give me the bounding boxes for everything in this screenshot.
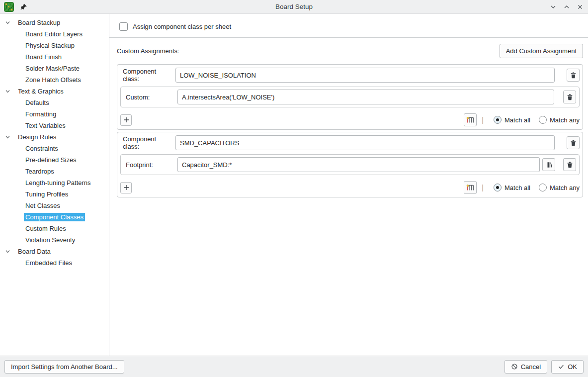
sidebar-group-label: Text & Graphics <box>16 87 65 95</box>
sidebar-item-text-variables[interactable]: Text Variables <box>0 120 109 131</box>
sidebar-item-label-selected: Component Classes <box>24 213 85 221</box>
custom-assignments-header: Custom Assignments: Add Custom Assignmen… <box>117 44 583 58</box>
sidebar-item-zone-hatch-offsets[interactable]: Zone Hatch Offsets <box>0 74 109 86</box>
sidebar-item-label: Constraints <box>24 144 60 153</box>
match-all-option[interactable]: Match all <box>494 184 530 191</box>
sidebar-item-label: Violation Severity <box>24 236 77 244</box>
trash-icon <box>566 161 574 169</box>
condition-type-label: Footprint: <box>124 161 173 169</box>
match-any-option[interactable]: Match any <box>539 184 580 191</box>
sidebar-group-board-stackup[interactable]: Board Stackup <box>0 17 109 28</box>
match-any-radio[interactable] <box>539 116 547 124</box>
component-class-input[interactable] <box>175 68 555 83</box>
sidebar-item-label: Solder Mask/Paste <box>24 64 81 73</box>
sidebar-item-net-classes[interactable]: Net Classes <box>0 200 109 211</box>
match-all-label: Match all <box>504 184 530 191</box>
sidebar-item-physical-stackup[interactable]: Physical Stackup <box>0 40 109 51</box>
sidebar-item-label: Zone Hatch Offsets <box>24 76 83 84</box>
vertical-separator: | <box>482 116 484 124</box>
import-settings-button[interactable]: Import Settings from Another Board... <box>4 360 124 374</box>
sidebar-item-teardrops[interactable]: Teardrops <box>0 166 109 177</box>
delete-assignment-button[interactable] <box>567 136 580 149</box>
sidebar-item-embedded-files[interactable]: Embedded Files <box>0 257 109 269</box>
component-class-label: Component class: <box>120 68 171 83</box>
sidebar-item-label: Length-tuning Patterns <box>24 179 92 187</box>
sidebar-group-text-graphics[interactable]: Text & Graphics <box>0 86 109 97</box>
condition-row: Footprint: <box>124 157 576 172</box>
vertical-separator: | <box>482 184 484 191</box>
footprint-library-browse-button[interactable] <box>542 158 555 171</box>
minimize-button[interactable] <box>549 3 557 11</box>
chevron-down-icon[interactable] <box>5 134 14 140</box>
match-any-label: Match any <box>550 184 580 191</box>
sidebar-item-label: Defaults <box>24 98 51 107</box>
sidebar-item-length-tuning-patterns[interactable]: Length-tuning Patterns <box>0 177 109 188</box>
sidebar-item-violation-severity[interactable]: Violation Severity <box>0 234 109 246</box>
sidebar-item-label: Embedded Files <box>24 259 74 267</box>
custom-assignments-label: Custom Assignments: <box>117 47 179 55</box>
sidebar-item-label: Physical Stackup <box>24 41 76 50</box>
cancel-button[interactable]: Cancel <box>504 360 547 374</box>
condition-type-label: Custom: <box>124 94 173 101</box>
sidebar-item-defaults[interactable]: Defaults <box>0 97 109 108</box>
footprint-condition-input[interactable] <box>177 157 540 172</box>
add-custom-assignment-button[interactable]: Add Custom Assignment <box>500 44 583 58</box>
component-classes-button[interactable] <box>464 181 477 194</box>
match-all-radio[interactable] <box>494 116 502 124</box>
sidebar-item-solder-mask-paste[interactable]: Solder Mask/Paste <box>0 63 109 74</box>
sidebar-item-component-classes[interactable]: Component Classes <box>0 211 109 223</box>
add-condition-button[interactable] <box>120 114 132 126</box>
match-any-option[interactable]: Match any <box>539 116 580 124</box>
condition-subpanel: Footprint: <box>120 154 580 175</box>
delete-condition-button[interactable] <box>563 91 576 103</box>
sidebar-item-pre-defined-sizes[interactable]: Pre-defined Sizes <box>0 154 109 166</box>
sidebar-item-label: Teardrops <box>24 167 56 176</box>
match-any-label: Match any <box>550 116 580 124</box>
footprint-library-icon <box>545 161 553 169</box>
ok-button[interactable]: OK <box>551 360 584 374</box>
custom-condition-input[interactable] <box>177 90 554 104</box>
component-class-row: Component class: <box>120 135 580 150</box>
sidebar-item-custom-rules[interactable]: Custom Rules <box>0 223 109 234</box>
trash-icon <box>570 72 577 79</box>
component-class-input[interactable] <box>175 135 555 150</box>
match-all-option[interactable]: Match all <box>494 116 530 124</box>
match-all-radio[interactable] <box>494 184 502 191</box>
window-controls <box>549 3 584 11</box>
delete-condition-button[interactable] <box>563 158 576 171</box>
component-class-icon <box>466 183 475 192</box>
sidebar-item-tuning-profiles[interactable]: Tuning Profiles <box>0 188 109 200</box>
chevron-down-icon[interactable] <box>5 249 14 254</box>
pin-icon[interactable] <box>20 3 27 10</box>
component-classes-panel: Assign component class per sheet Custom … <box>109 14 588 356</box>
match-all-label: Match all <box>504 116 530 124</box>
sidebar-item-board-finish[interactable]: Board Finish <box>0 51 109 63</box>
sidebar-group-design-rules[interactable]: Design Rules <box>0 131 109 143</box>
sidebar-item-constraints[interactable]: Constraints <box>0 143 109 154</box>
sidebar-item-board-editor-layers[interactable]: Board Editor Layers <box>0 28 109 40</box>
chevron-down-icon[interactable] <box>5 20 14 25</box>
component-class-label: Component class: <box>120 135 171 150</box>
condition-subpanel: Custom: <box>120 87 580 107</box>
sidebar-group-label: Design Rules <box>16 133 58 141</box>
sidebar-group-board-data[interactable]: Board Data <box>0 246 109 257</box>
add-condition-button[interactable] <box>120 182 132 193</box>
sidebar-item-formatting[interactable]: Formatting <box>0 108 109 120</box>
assign-per-sheet-checkbox[interactable] <box>119 22 128 31</box>
cancel-icon <box>511 363 518 370</box>
delete-assignment-button[interactable] <box>567 69 580 82</box>
check-icon <box>558 363 565 370</box>
dialog-footer: Import Settings from Another Board... Ca… <box>0 356 588 377</box>
chevron-down-icon[interactable] <box>5 89 14 94</box>
board-setup-dialog: Board Setup <box>0 0 588 377</box>
sidebar-group-label: Board Data <box>16 247 52 256</box>
maximize-button[interactable] <box>563 3 571 11</box>
match-controls: | Match all Match any <box>464 181 580 194</box>
sidebar-item-label: Text Variables <box>24 121 67 130</box>
component-classes-button[interactable] <box>464 113 477 126</box>
trash-icon <box>566 94 574 101</box>
window-title: Board Setup <box>0 3 588 10</box>
close-button[interactable] <box>576 3 584 11</box>
match-any-radio[interactable] <box>539 184 547 191</box>
sidebar-item-label: Board Editor Layers <box>24 30 84 38</box>
